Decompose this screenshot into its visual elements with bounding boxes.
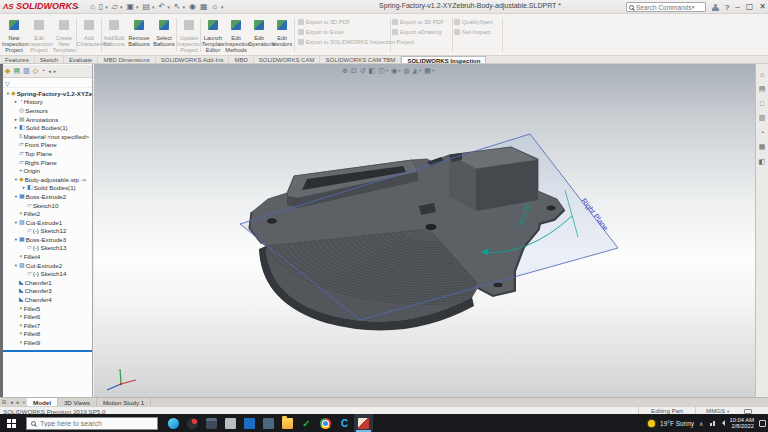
tree-item[interactable]: ▸◧Solid Bodies(1) bbox=[3, 184, 92, 193]
tab-solidworks-cam[interactable]: SOLIDWORKS CAM bbox=[254, 56, 321, 63]
tree-item[interactable]: +Origin bbox=[3, 166, 92, 175]
options-icon[interactable]: ☼ bbox=[212, 2, 219, 12]
display-style-icon[interactable]: ◫ bbox=[378, 66, 385, 75]
search-input[interactable] bbox=[636, 4, 692, 11]
ribbon-button-launch-template-editor[interactable]: Launch Template Editor bbox=[202, 16, 224, 54]
ribbon-button-create-new-template[interactable]: Create New Template bbox=[52, 16, 76, 54]
export-item-export-to-excel[interactable]: Export to Excel bbox=[298, 27, 344, 36]
tab-mbd[interactable]: MBD bbox=[229, 56, 253, 63]
apply-scene-icon[interactable]: ◭ bbox=[413, 66, 418, 75]
tree-item[interactable]: ▱Front Plane bbox=[3, 141, 92, 150]
ribbon-button-edit-operations[interactable]: Edit Operations bbox=[248, 16, 270, 54]
ribbon-button-edit-vendors[interactable]: Edit Vendors bbox=[271, 16, 293, 54]
dropdown-caret-icon[interactable]: ▾ bbox=[120, 4, 123, 10]
search-dropdown-icon[interactable]: ▾ bbox=[692, 4, 695, 10]
taskbar-search-input[interactable] bbox=[40, 420, 153, 427]
tree-item[interactable]: ◖Fillet7 bbox=[3, 321, 92, 330]
tree-item[interactable]: ◖Fillet8 bbox=[3, 330, 92, 339]
tab-mbd-dimensions[interactable]: MBD Dimensions bbox=[98, 56, 155, 63]
taskbar-app-solidworks[interactable] bbox=[354, 414, 373, 432]
dropdown-caret-icon[interactable]: ▾ bbox=[152, 4, 155, 10]
tree-root-item[interactable]: ▾◆Spring-Factory-v1.2-XYZebruh-Body-.. bbox=[3, 89, 92, 98]
export-item-net-inspect[interactable]: Net-Inspect bbox=[454, 27, 491, 36]
displaymanager-tab[interactable]: ◔ bbox=[41, 67, 45, 75]
dropdown-caret-icon[interactable]: ▾ bbox=[105, 4, 108, 10]
tree-item[interactable]: ≡Material <not specified> bbox=[3, 132, 92, 141]
graphics-viewport[interactable]: Right Plane 90°±.50° ⊕⊡↺◧◫▾◉▾◍◭▾▦▾ bbox=[94, 64, 755, 397]
rollback-bar[interactable] bbox=[3, 350, 92, 352]
network-icon[interactable] bbox=[709, 420, 717, 427]
custom-properties-icon[interactable]: ▦ bbox=[756, 143, 768, 151]
taskbar-search[interactable] bbox=[26, 417, 158, 430]
tree-item[interactable]: ▾▦Boss-Extrude2 bbox=[3, 192, 92, 201]
dropdown-caret-icon[interactable]: ▾ bbox=[419, 68, 421, 73]
export-item-export-to-3d-pdf[interactable]: Export to 3D PDF bbox=[298, 17, 350, 26]
tree-item[interactable]: ◎Sensors bbox=[3, 106, 92, 115]
edit-appearance-icon[interactable]: ◍ bbox=[404, 66, 410, 75]
tree-item[interactable]: ◖Fillet2 bbox=[3, 209, 92, 218]
file-explorer-icon[interactable]: □ bbox=[756, 100, 768, 107]
start-button[interactable] bbox=[7, 419, 11, 423]
tab-solidworks-cam-tbm[interactable]: SOLIDWORKS CAM TBM bbox=[320, 56, 401, 63]
design-library-icon[interactable]: ▤ bbox=[756, 85, 768, 93]
taskbar-clock[interactable]: 10:04 AM 2/8/2022 bbox=[730, 417, 755, 430]
dropdown-caret-icon[interactable]: ▾ bbox=[221, 4, 224, 10]
zoom-fit-icon[interactable]: ⊕ bbox=[342, 66, 348, 75]
weather-text[interactable]: 19°F Sunny bbox=[660, 420, 694, 427]
part-body[interactable] bbox=[250, 147, 564, 330]
tree-item[interactable]: ▾▦Boss-Extrude3 bbox=[3, 235, 92, 244]
tree-item[interactable]: ◣Chamfer3 bbox=[3, 287, 92, 296]
export-item-qualityxpert[interactable]: QualityXpert bbox=[454, 17, 493, 26]
tree-item[interactable]: ▱Right Plane bbox=[3, 158, 92, 167]
configurationmanager-tab[interactable]: ▥ bbox=[23, 67, 30, 75]
dropdown-caret-icon[interactable]: ▾ bbox=[183, 4, 186, 10]
forum-icon[interactable]: ◧ bbox=[756, 158, 768, 166]
ribbon-button-add-characteristic[interactable]: Add Characteristic bbox=[77, 16, 101, 54]
ribbon-button-edit-inspection-project[interactable]: Edit Inspection Project bbox=[27, 16, 51, 54]
tray-expand-icon[interactable]: ∧ bbox=[699, 420, 703, 427]
home-icon[interactable]: ⌂ bbox=[90, 2, 95, 12]
tree-item[interactable]: ◣Chamfer4 bbox=[3, 295, 92, 304]
new-document-icon[interactable]: ▯ bbox=[99, 2, 103, 12]
minimize-button[interactable]: – bbox=[735, 2, 739, 12]
tab-solidworks-add-ins[interactable]: SOLIDWORKS Add-Ins bbox=[156, 56, 230, 63]
taskbar-app-file-explorer[interactable] bbox=[278, 414, 297, 432]
appearances-icon[interactable]: ◔ bbox=[756, 129, 768, 136]
command-search[interactable]: ▾ bbox=[626, 2, 706, 12]
tree-item[interactable]: ▸◧Solid Bodies(1) bbox=[3, 123, 92, 132]
tree-item[interactable]: ▸▤Annotations bbox=[3, 115, 92, 124]
tree-item[interactable]: ◖Fillet4 bbox=[3, 252, 92, 261]
tree-item[interactable]: ▱(-) Sketch13 bbox=[3, 244, 92, 253]
ribbon-button-select-balloons[interactable]: Select Balloons bbox=[152, 16, 176, 54]
dropdown-caret-icon[interactable]: ▾ bbox=[386, 68, 388, 73]
tab-evaluate[interactable]: Evaluate bbox=[64, 56, 98, 63]
tree-item[interactable]: ▱Top Plane bbox=[3, 149, 92, 158]
taskbar-app-edge[interactable] bbox=[164, 414, 183, 432]
tree-item[interactable]: ▱Sketch10 bbox=[3, 201, 92, 210]
action-center-icon[interactable] bbox=[759, 420, 766, 427]
tab-sketch[interactable]: Sketch bbox=[35, 56, 64, 63]
section-view-icon[interactable]: ◧ bbox=[369, 66, 376, 75]
view-settings-icon[interactable]: ▦ bbox=[424, 66, 431, 75]
close-button[interactable]: ✕ bbox=[759, 2, 766, 12]
comments-icon[interactable] bbox=[744, 409, 752, 414]
doc-tab-motion-study-1[interactable]: Motion Study 1 bbox=[97, 398, 151, 406]
taskbar-app-tools[interactable] bbox=[259, 414, 278, 432]
taskbar-app-cura[interactable]: C bbox=[335, 414, 354, 432]
ribbon-button-remove-balloons[interactable]: Remove Balloons bbox=[127, 16, 151, 54]
print-icon[interactable]: ▤ bbox=[143, 2, 151, 12]
tabs-scroll-right-icon[interactable]: ▸ bbox=[54, 68, 57, 74]
doc-tab-model[interactable]: Model bbox=[27, 398, 58, 406]
ribbon-button-add-edit-balloons[interactable]: Add/Edit Balloons bbox=[102, 16, 126, 54]
tree-item[interactable]: ▾◆Body-adjustable.stp -> bbox=[3, 175, 92, 184]
save-icon[interactable]: ▣ bbox=[126, 2, 134, 12]
dimxpertmanager-tab[interactable]: ◇ bbox=[33, 67, 38, 75]
tree-item[interactable]: ◖Fillet9 bbox=[3, 338, 92, 347]
taskbar-app-antivirus[interactable]: ✓ bbox=[297, 414, 316, 432]
taskbar-app-media[interactable] bbox=[183, 414, 202, 432]
dropdown-caret-icon[interactable]: ▾ bbox=[398, 68, 400, 73]
doc-tab-3d-views[interactable]: 3D Views bbox=[58, 398, 97, 406]
taskbar-app-files[interactable] bbox=[221, 414, 240, 432]
taskbar-app-calculator[interactable] bbox=[202, 414, 221, 432]
zoom-area-icon[interactable]: ⊡ bbox=[351, 66, 357, 75]
